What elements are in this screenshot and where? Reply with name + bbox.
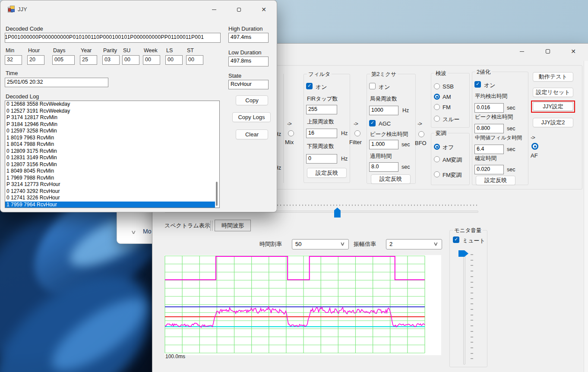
close-button[interactable]: ✕ bbox=[564, 45, 583, 57]
tick bbox=[471, 342, 473, 343]
am-radio[interactable] bbox=[434, 94, 440, 100]
jjy-settings2-button[interactable]: JJY設定2 bbox=[533, 118, 573, 127]
peak-detect-input[interactable]: 0.800 bbox=[474, 124, 504, 133]
minimize-button[interactable] bbox=[512, 45, 531, 57]
tick bbox=[451, 205, 452, 206]
fm-radio[interactable] bbox=[434, 104, 440, 110]
tick bbox=[408, 205, 409, 206]
mixer2-apply-button[interactable]: 設定反映 bbox=[371, 174, 411, 184]
mix-radio[interactable] bbox=[288, 130, 294, 136]
field-input-st[interactable]: 00 bbox=[186, 55, 203, 65]
scrollbar-thumb[interactable] bbox=[216, 182, 218, 206]
confirm-time-label: 確定時間 bbox=[475, 155, 496, 162]
field-input-year[interactable]: 25 bbox=[80, 55, 97, 65]
field-input-days[interactable]: 005 bbox=[52, 55, 75, 65]
mod-fm-radio[interactable] bbox=[434, 171, 440, 177]
log-row[interactable]: 0 12597 3258 RcvMin bbox=[5, 128, 219, 135]
field-label-parity: Parity bbox=[103, 47, 117, 54]
decoded-log-listbox[interactable]: 0 12668 3558 RcvWeekday0 12527 3191 RcvW… bbox=[5, 101, 220, 208]
log-row[interactable]: 0 12741 3226 RcvHour bbox=[5, 195, 219, 202]
log-row[interactable]: 0 12527 3191 RcvWeekday bbox=[5, 108, 219, 115]
log-row[interactable]: 1 8019 7963 RcvMin bbox=[5, 135, 219, 142]
binarize-apply-button[interactable]: 設定反映 bbox=[476, 176, 515, 185]
avg-detect-label: 平均検出時間 bbox=[475, 93, 507, 100]
log-row[interactable]: 0 12807 3156 RcvMin bbox=[5, 161, 219, 168]
field-input-week[interactable]: 00 bbox=[143, 55, 160, 65]
copy-logs-button[interactable]: Copy Logs bbox=[232, 112, 271, 122]
tick bbox=[327, 205, 328, 206]
trackbar-thumb[interactable] bbox=[334, 208, 341, 218]
mod-am-radio[interactable] bbox=[434, 156, 440, 162]
chevron-down-icon[interactable]: ∨ bbox=[131, 229, 136, 235]
apply-time-input[interactable]: 8.0 bbox=[369, 162, 398, 172]
chain-arrow: -> bbox=[417, 120, 422, 127]
hz-unit: Hz bbox=[341, 156, 348, 162]
log-row[interactable]: 0 12668 3558 RcvWeekday bbox=[5, 101, 219, 108]
field-input-su[interactable]: 00 bbox=[122, 55, 139, 65]
high-duration-value[interactable]: 497.4ms bbox=[228, 33, 269, 43]
settings-reset-button[interactable]: 設定リセット bbox=[533, 88, 573, 97]
copy-button[interactable]: Copy bbox=[236, 95, 268, 105]
agc-checkbox[interactable] bbox=[369, 120, 376, 126]
tab-waveform[interactable]: 時間波形 bbox=[215, 220, 251, 231]
ssb-radio[interactable] bbox=[434, 83, 440, 89]
tick bbox=[405, 205, 405, 206]
time-input[interactable]: 25/01/05 20:32 bbox=[5, 78, 108, 87]
low-duration-value[interactable]: 497.8ms bbox=[228, 57, 269, 66]
filter-apply-button[interactable]: 設定反映 bbox=[307, 168, 347, 178]
peak-detect-input[interactable]: 1.000 bbox=[369, 140, 398, 149]
mixer2-on-checkbox[interactable] bbox=[369, 83, 376, 89]
tick bbox=[401, 205, 402, 206]
log-row[interactable]: 1 8049 8045 RcvMin bbox=[5, 168, 219, 175]
binarize-on-checkbox[interactable] bbox=[474, 81, 481, 88]
through-radio[interactable] bbox=[434, 116, 440, 122]
volume-thumb[interactable] bbox=[458, 250, 468, 257]
field-input-parity[interactable]: 03 bbox=[102, 55, 120, 65]
avg-detect-input[interactable]: 0.016 bbox=[474, 103, 504, 113]
operation-test-button[interactable]: 動作テスト bbox=[533, 72, 573, 82]
state-value[interactable]: RcvHour bbox=[228, 80, 269, 89]
volume-track[interactable] bbox=[463, 253, 465, 365]
field-input-ls[interactable]: 00 bbox=[165, 55, 183, 65]
median-filter-input[interactable]: 6.4 bbox=[474, 145, 504, 154]
mute-checkbox[interactable] bbox=[453, 236, 459, 243]
tick bbox=[448, 205, 449, 206]
log-row[interactable]: 0 12740 3292 RcvHour bbox=[5, 188, 219, 195]
log-row[interactable]: P 3184 12946 RcvMin bbox=[5, 121, 219, 128]
confirm-time-input[interactable]: 0.020 bbox=[474, 165, 504, 174]
window-right-strip[interactable] bbox=[584, 61, 588, 372]
tick bbox=[370, 205, 371, 206]
mod-off-radio[interactable] bbox=[434, 144, 440, 150]
log-row[interactable]: 1 8014 7988 RcvMin bbox=[5, 141, 219, 148]
lower-freq-input[interactable]: 0 bbox=[306, 154, 337, 164]
log-row[interactable]: P 3174 12817 RcvMin bbox=[5, 114, 219, 121]
lo-freq-input[interactable]: 1000 bbox=[369, 106, 398, 115]
log-row[interactable]: P 3214 12773 RcvHour bbox=[5, 181, 219, 188]
tab-separator bbox=[210, 221, 211, 231]
time-ratio-combo[interactable]: 50 ∨ bbox=[292, 239, 349, 249]
af-radio[interactable] bbox=[531, 143, 538, 150]
field-input-hour[interactable]: 20 bbox=[27, 55, 44, 65]
filter-on-checkbox[interactable] bbox=[306, 83, 313, 89]
clear-button[interactable]: Clear bbox=[236, 129, 268, 139]
amp-ratio-combo[interactable]: 2 ∨ bbox=[386, 239, 442, 249]
filter-radio[interactable] bbox=[354, 130, 360, 136]
tab-spectrum[interactable]: スペクトラム表示 bbox=[164, 222, 210, 230]
log-row[interactable]: 1 7959 7964 RcvHour bbox=[5, 202, 215, 208]
tick bbox=[433, 205, 433, 206]
fir-taps-input[interactable]: 255 bbox=[306, 105, 337, 114]
field-label-st: ST bbox=[187, 47, 194, 54]
amp-ratio-value: 2 bbox=[389, 241, 392, 247]
jjy-settings-button[interactable]: JJY設定 bbox=[533, 102, 573, 111]
log-row[interactable]: 0 12809 3175 RcvMin bbox=[5, 148, 219, 155]
upper-freq-input[interactable]: 16 bbox=[306, 129, 337, 138]
log-row[interactable]: 0 12831 3149 RcvMin bbox=[5, 154, 219, 161]
tick bbox=[364, 205, 365, 206]
tick bbox=[471, 260, 473, 261]
bfo-radio[interactable] bbox=[418, 131, 424, 137]
maximize-button[interactable] bbox=[538, 45, 557, 57]
tick bbox=[315, 205, 316, 206]
minimize-icon bbox=[520, 51, 524, 52]
field-input-min[interactable]: 32 bbox=[5, 55, 22, 65]
log-row[interactable]: 1 7969 7988 RcvMin bbox=[5, 175, 219, 182]
